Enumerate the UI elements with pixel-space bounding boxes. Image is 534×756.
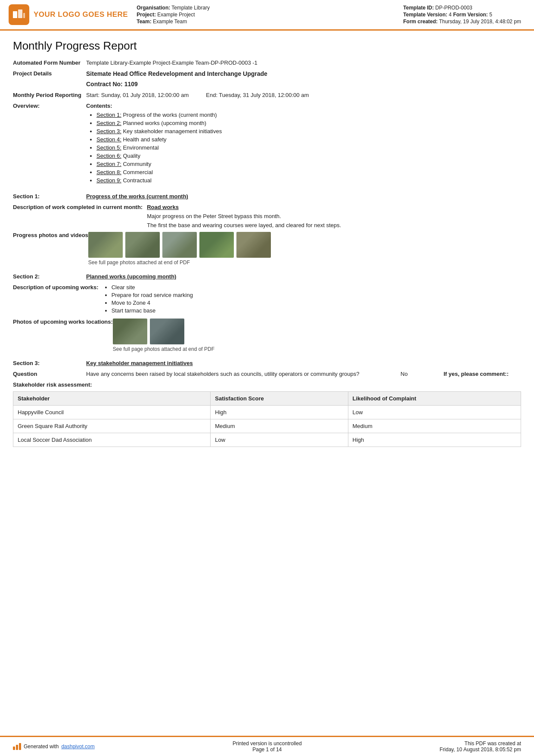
section6-desc: Quality [121, 153, 140, 159]
list-item: Section 5: Environmental [96, 144, 521, 151]
upcoming-works-row: Description of upcoming works: Clear sit… [13, 284, 521, 315]
table-row: Happyville Council High Low [13, 406, 521, 419]
form-created-line: Form created: Thursday, 19 July 2018, 4:… [403, 19, 521, 25]
monthly-period-label: Monthly Period Reporting [13, 92, 86, 98]
list-item: Move to Zone 4 [112, 300, 521, 306]
list-item: Section 6: Quality [96, 153, 521, 159]
section2-title: Planned works (upcoming month) [86, 273, 176, 280]
team-line: Team: Example Team [137, 19, 394, 25]
desc-work-value: Road works Major progress on the Peter S… [147, 204, 521, 228]
list-item: Section 9: Contractual [96, 177, 521, 184]
section1-link[interactable]: Section 1: [96, 112, 121, 118]
section5-desc: Environmental [121, 144, 159, 151]
bar1 [13, 747, 15, 750]
period-dates: Start: Sunday, 01 July 2018, 12:00:00 am… [86, 92, 521, 98]
table-row: Green Square Rail Authority Medium Mediu… [13, 419, 521, 433]
organisation-line: Organisation: Template Library [137, 5, 394, 11]
col-likelihood: Likelihood of Complaint [348, 392, 521, 406]
section3-link[interactable]: Section 3: [96, 128, 121, 134]
dashpivot-link[interactable]: dashpivot.com [61, 744, 94, 750]
section3-row: Section 3: Key stakeholder management in… [13, 360, 521, 366]
bar3 [19, 743, 21, 750]
question-no: No [400, 371, 426, 377]
upcoming-photo-thumb-1 [113, 319, 147, 344]
upcoming-works-value: Clear site Prepare for road service mark… [103, 284, 521, 315]
section9-link[interactable]: Section 9: [96, 177, 121, 184]
list-item: Clear site [112, 284, 521, 291]
question-ifyes: If yes, please comment:: [444, 371, 521, 377]
photos-note: See full page photos attached at end of … [88, 259, 521, 266]
section2-desc: Planned works (upcoming month) [121, 120, 206, 126]
section1-row: Section 1: Progress of the works (curren… [13, 193, 521, 200]
list-item: Section 8: Commercial [96, 169, 521, 175]
section4-link[interactable]: Section 4: [96, 136, 121, 143]
cell-likelihood: Medium [348, 419, 521, 433]
photo-thumb-1 [88, 232, 123, 258]
photo-thumb-2 [125, 232, 160, 258]
logo-icon [9, 4, 29, 25]
footer-right: This PDF was created at Friday, 10 Augus… [440, 740, 521, 753]
col-stakeholder: Stakeholder [13, 392, 211, 406]
section8-desc: Commercial [121, 169, 153, 175]
automated-form-row: Automated Form Number Template Library-E… [13, 59, 521, 66]
cell-stakeholder: Green Square Rail Authority [13, 419, 211, 433]
footer: Generated with dashpivot.com Printed ver… [0, 736, 534, 756]
question-label: Question [13, 371, 86, 377]
overview-label: Overview: [13, 103, 86, 109]
photos-upcoming-label: Photos of upcoming works locations: [13, 319, 113, 325]
section3-desc: Key stakeholder management initiatives [121, 128, 222, 134]
roadworks-desc1: Major progress on the Peter Street bypas… [147, 213, 521, 219]
section8-link[interactable]: Section 8: [96, 169, 121, 175]
contract-label: Contract No: [86, 81, 123, 87]
upcoming-photos-thumbs [113, 319, 521, 344]
upcoming-works-list: Clear site Prepare for road service mark… [103, 284, 521, 314]
pdf-created-line2: Friday, 10 August 2018, 8:05:52 pm [440, 747, 521, 753]
section3-label: Section 3: [13, 360, 86, 366]
desc-work-row: Description of work completed in current… [13, 204, 521, 228]
generated-text: Generated with [24, 744, 59, 750]
list-item: Section 4: Health and safety [96, 136, 521, 143]
period-start: Start: Sunday, 01 July 2018, 12:00:00 am [86, 92, 189, 98]
section1-label: Section 1: [13, 193, 86, 200]
photos-upcoming-row: Photos of upcoming works locations: See … [13, 319, 521, 352]
overview-row: Overview: Contents: Section 1: Progress … [13, 103, 521, 185]
roadworks-desc2: The first the base and wearing courses w… [147, 222, 521, 228]
logo-text: YOUR LOGO GOES HERE [34, 10, 128, 19]
project-line: Project: Example Project [137, 12, 394, 18]
bar2 [16, 745, 18, 750]
table-head: Stakeholder Satisfaction Score Likelihoo… [13, 392, 521, 406]
printed-line1: Printed version is uncontrolled [233, 740, 302, 747]
overview-value: Contents: Section 1: Progress of the wor… [86, 103, 521, 185]
project-details-row: Project Details Sitemate Head Office Red… [13, 70, 521, 87]
photos-thumbs [88, 232, 521, 258]
list-item: Section 2: Planned works (upcoming month… [96, 120, 521, 126]
section3-title: Key stakeholder management initiatives [86, 360, 193, 366]
table-header-row: Stakeholder Satisfaction Score Likelihoo… [13, 392, 521, 406]
monthly-period-value: Start: Sunday, 01 July 2018, 12:00:00 am… [86, 92, 521, 98]
section2-link[interactable]: Section 2: [96, 120, 121, 126]
svg-rect-2 [23, 13, 25, 18]
list-item: Prepare for road service marking [112, 292, 521, 298]
section9-desc: Contractual [121, 177, 152, 184]
section5-link[interactable]: Section 5: [96, 144, 121, 151]
question-inline: Have any concerns been raised by local s… [86, 371, 521, 377]
pdf-created-line1: This PDF was created at [440, 740, 521, 747]
list-item: Section 7: Community [96, 161, 521, 167]
printed-line2: Page 1 of 14 [233, 747, 302, 753]
section7-link[interactable]: Section 7: [96, 161, 121, 167]
roadworks-title: Road works [147, 204, 521, 210]
period-end: End: Tuesday, 31 July 2018, 12:00:00 am [206, 92, 309, 98]
header: YOUR LOGO GOES HERE Organisation: Templa… [0, 0, 534, 31]
photo-thumb-4 [199, 232, 234, 258]
logo-area: YOUR LOGO GOES HERE [9, 4, 128, 25]
automated-form-label: Automated Form Number [13, 59, 86, 66]
question-text: Have any concerns been raised by local s… [86, 371, 383, 377]
automated-form-value: Template Library-Example Project-Example… [86, 59, 521, 66]
svg-rect-0 [13, 11, 17, 18]
cell-stakeholder: Happyville Council [13, 406, 211, 419]
section1-desc: Progress of the works (current month) [121, 112, 217, 118]
section6-link[interactable]: Section 6: [96, 153, 121, 159]
cell-satisfaction: Medium [211, 419, 348, 433]
section4-desc: Health and safety [121, 136, 167, 143]
photos-upcoming-note: See full page photos attached at end of … [113, 346, 521, 352]
